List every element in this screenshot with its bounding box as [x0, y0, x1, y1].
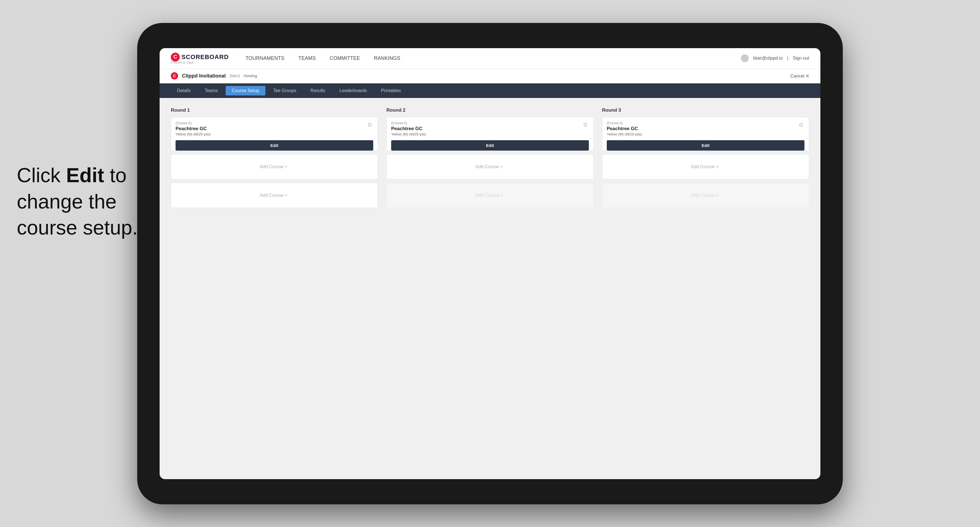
logo-sub: Powered by clippd	[171, 61, 229, 64]
nav-rankings[interactable]: RANKINGS	[374, 56, 400, 61]
tab-teams[interactable]: Teams	[199, 86, 224, 95]
tournament-info: C Clippd Invitational (Men) Hosting	[171, 72, 257, 79]
round-2-edit-button[interactable]: Edit	[391, 140, 589, 151]
tournament-logo: C	[171, 72, 178, 79]
round-1-edit-button[interactable]: Edit	[175, 140, 373, 151]
round-3-edit-button[interactable]: Edit	[607, 140, 805, 151]
logo-block: C SCOREBOARD Powered by clippd	[171, 52, 229, 64]
round-1-add-course-1[interactable]: Add Course +	[171, 154, 378, 179]
rounds-grid: Round 1 (Course A) Peachtree GC Yellow (…	[171, 108, 809, 211]
round-3-column: Round 3 (Course A) Peachtree GC Yellow (…	[602, 108, 809, 211]
round-2-course-card: (Course A) Peachtree GC Yellow (M) (6629…	[387, 117, 593, 151]
round-2-delete-icon[interactable]: ⊡	[582, 121, 589, 129]
tablet-device: C SCOREBOARD Powered by clippd TOURNAMEN…	[137, 23, 843, 504]
tab-details[interactable]: Details	[171, 86, 197, 95]
round-1-course-details: Yellow (M) (6629 yds)	[175, 132, 210, 136]
round-1-add-course-1-label: Add Course +	[260, 164, 287, 169]
tournament-name: Clippd Invitational	[182, 73, 226, 79]
logo-icon: C	[171, 52, 180, 62]
round-3-add-course-1[interactable]: Add Course +	[602, 154, 809, 179]
round-3-add-course-2: Add Course +	[602, 183, 809, 208]
round-2-add-course-1[interactable]: Add Course +	[387, 154, 593, 179]
user-avatar	[741, 54, 749, 62]
user-email: blair@clippd.io	[753, 56, 783, 61]
round-2-column: Round 2 (Course A) Peachtree GC Yellow (…	[387, 108, 593, 211]
round-3-title: Round 3	[602, 108, 809, 113]
nav-links: TOURNAMENTS TEAMS COMMITTEE RANKINGS	[245, 56, 400, 61]
tab-course-setup[interactable]: Course Setup	[226, 86, 266, 95]
round-3-course-card: (Course A) Peachtree GC Yellow (M) (6629…	[602, 117, 809, 151]
round-3-course-label: (Course A)	[607, 121, 642, 125]
round-2-course-header: (Course A) Peachtree GC Yellow (M) (6629…	[391, 121, 589, 136]
tab-leaderboards[interactable]: Leaderboards	[333, 86, 373, 95]
round-3-course-details: Yellow (M) (6629 yds)	[607, 132, 642, 136]
round-2-course-info: (Course A) Peachtree GC Yellow (M) (6629…	[391, 121, 426, 136]
tab-printables[interactable]: Printables	[375, 86, 407, 95]
top-navigation: C SCOREBOARD Powered by clippd TOURNAMEN…	[160, 48, 820, 69]
nav-tournaments[interactable]: TOURNAMENTS	[245, 56, 285, 61]
round-1-title: Round 1	[171, 108, 378, 113]
round-3-add-course-1-label: Add Course +	[691, 164, 719, 169]
round-1-course-card: (Course A) Peachtree GC Yellow (M) (6629…	[171, 117, 378, 151]
round-2-title: Round 2	[387, 108, 593, 113]
sub-tabs: Details Teams Course Setup Tee Groups Re…	[160, 83, 820, 98]
tournament-gender: (Men)	[230, 74, 240, 78]
round-3-course-header: (Course A) Peachtree GC Yellow (M) (6629…	[607, 121, 805, 136]
round-3-course-info: (Course A) Peachtree GC Yellow (M) (6629…	[607, 121, 642, 136]
round-1-column: Round 1 (Course A) Peachtree GC Yellow (…	[171, 108, 378, 211]
hosting-badge: Hosting	[244, 74, 257, 78]
round-3-add-course-2-label: Add Course +	[691, 193, 719, 198]
nav-teams[interactable]: TEAMS	[299, 56, 316, 61]
divider: |	[787, 56, 788, 61]
round-2-course-label: (Course A)	[391, 121, 426, 125]
round-2-add-course-2: Add Course +	[387, 183, 593, 208]
nav-right: blair@clippd.io | Sign out	[741, 54, 809, 62]
round-1-add-course-2[interactable]: Add Course +	[171, 183, 378, 208]
round-3-delete-icon[interactable]: ⊡	[797, 121, 805, 129]
tab-results[interactable]: Results	[304, 86, 331, 95]
round-2-add-course-2-label: Add Course +	[476, 193, 503, 198]
round-1-course-label: (Course A)	[175, 121, 210, 125]
round-1-add-course-2-label: Add Course +	[260, 193, 287, 198]
round-1-course-name: Peachtree GC	[175, 126, 210, 132]
round-1-course-header: (Course A) Peachtree GC Yellow (M) (6629…	[175, 121, 373, 136]
round-1-course-info: (Course A) Peachtree GC Yellow (M) (6629…	[175, 121, 210, 136]
tab-tee-groups[interactable]: Tee Groups	[267, 86, 303, 95]
tournament-bar: C Clippd Invitational (Men) Hosting Canc…	[160, 69, 820, 83]
logo-area: C SCOREBOARD Powered by clippd TOURNAMEN…	[171, 52, 400, 64]
logo-text: SCOREBOARD	[181, 54, 229, 61]
round-2-course-details: Yellow (M) (6629 yds)	[391, 132, 426, 136]
scene: Click Edit to change the course setup. C…	[0, 0, 980, 527]
sign-out-link[interactable]: Sign out	[793, 56, 809, 61]
tablet-screen: C SCOREBOARD Powered by clippd TOURNAMEN…	[160, 48, 820, 479]
round-2-add-course-1-label: Add Course +	[476, 164, 503, 169]
round-3-course-name: Peachtree GC	[607, 126, 642, 132]
cancel-button[interactable]: Cancel ✕	[791, 73, 809, 79]
round-1-delete-icon[interactable]: ⊡	[366, 121, 373, 129]
nav-committee[interactable]: COMMITTEE	[330, 56, 360, 61]
main-content: Round 1 (Course A) Peachtree GC Yellow (…	[160, 98, 820, 479]
round-2-course-name: Peachtree GC	[391, 126, 426, 132]
